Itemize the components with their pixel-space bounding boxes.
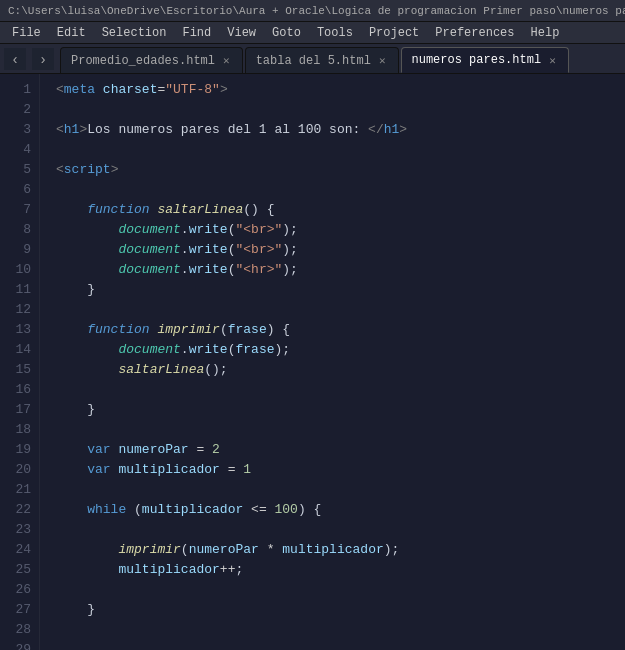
code-line-10: document.write("<hr>"); — [56, 260, 625, 280]
tab-tabla[interactable]: tabla del 5.html ✕ — [245, 47, 399, 73]
code-line-22: while (multiplicador <= 100) { — [56, 500, 625, 520]
code-line-9: document.write("<br>"); — [56, 240, 625, 260]
code-line-24: imprimir(numeroPar * multiplicador); — [56, 540, 625, 560]
line-num-3: 3 — [0, 120, 31, 140]
line-num-12: 12 — [0, 300, 31, 320]
line-num-29: 29 — [0, 640, 31, 650]
tab-promedio[interactable]: Promedio_edades.html ✕ — [60, 47, 243, 73]
title-bar: C:\Users\luisa\OneDrive\Escritorio\Aura … — [0, 0, 625, 22]
code-line-3: <h1>Los numeros pares del 1 al 100 son: … — [56, 120, 625, 140]
menu-goto[interactable]: Goto — [264, 22, 309, 43]
code-line-15: saltarLinea(); — [56, 360, 625, 380]
line-num-23: 23 — [0, 520, 31, 540]
code-line-19: var numeroPar = 2 — [56, 440, 625, 460]
line-num-8: 8 — [0, 220, 31, 240]
tab-tabla-close[interactable]: ✕ — [377, 53, 388, 68]
menu-help[interactable]: Help — [523, 22, 568, 43]
line-num-21: 21 — [0, 480, 31, 500]
menu-preferences[interactable]: Preferences — [427, 22, 522, 43]
code-line-17: } — [56, 400, 625, 420]
code-line-26 — [56, 580, 625, 600]
line-num-14: 14 — [0, 340, 31, 360]
line-num-20: 20 — [0, 460, 31, 480]
line-num-26: 26 — [0, 580, 31, 600]
code-line-25: multiplicador++; — [56, 560, 625, 580]
code-line-1: <meta charset="UTF-8"> — [56, 80, 625, 100]
menu-view[interactable]: View — [219, 22, 264, 43]
line-num-13: 13 — [0, 320, 31, 340]
code-line-27: } — [56, 600, 625, 620]
editor: 1 2 3 4 5 6 7 8 9 10 11 12 13 14 15 16 1… — [0, 74, 625, 650]
code-line-29 — [56, 640, 625, 650]
menu-project[interactable]: Project — [361, 22, 427, 43]
code-line-11: } — [56, 280, 625, 300]
line-num-5: 5 — [0, 160, 31, 180]
code-line-6 — [56, 180, 625, 200]
code-line-2 — [56, 100, 625, 120]
code-line-18 — [56, 420, 625, 440]
tab-nav-forward[interactable]: › — [32, 48, 54, 70]
line-num-1: 1 — [0, 80, 31, 100]
line-num-6: 6 — [0, 180, 31, 200]
code-line-4 — [56, 140, 625, 160]
menu-edit[interactable]: Edit — [49, 22, 94, 43]
code-line-14: document.write(frase); — [56, 340, 625, 360]
line-num-2: 2 — [0, 100, 31, 120]
tab-promedio-label: Promedio_edades.html — [71, 54, 215, 68]
line-num-4: 4 — [0, 140, 31, 160]
code-line-13: function imprimir(frase) { — [56, 320, 625, 340]
code-line-8: document.write("<br>"); — [56, 220, 625, 240]
code-line-28 — [56, 620, 625, 640]
tab-nav-back[interactable]: ‹ — [4, 48, 26, 70]
code-line-12 — [56, 300, 625, 320]
menu-file[interactable]: File — [4, 22, 49, 43]
line-num-27: 27 — [0, 600, 31, 620]
line-num-9: 9 — [0, 240, 31, 260]
line-num-19: 19 — [0, 440, 31, 460]
code-line-5: <script> — [56, 160, 625, 180]
tab-bar: ‹ › Promedio_edades.html ✕ tabla del 5.h… — [0, 44, 625, 74]
menu-tools[interactable]: Tools — [309, 22, 361, 43]
menu-bar: File Edit Selection Find View Goto Tools… — [0, 22, 625, 44]
title-text: C:\Users\luisa\OneDrive\Escritorio\Aura … — [8, 5, 625, 17]
tab-numeros-label: numeros pares.html — [412, 53, 542, 67]
tab-promedio-close[interactable]: ✕ — [221, 53, 232, 68]
line-num-25: 25 — [0, 560, 31, 580]
code-line-7: function saltarLinea() { — [56, 200, 625, 220]
code-line-23 — [56, 520, 625, 540]
line-num-24: 24 — [0, 540, 31, 560]
line-num-11: 11 — [0, 280, 31, 300]
line-num-17: 17 — [0, 400, 31, 420]
line-num-28: 28 — [0, 620, 31, 640]
tab-tabla-label: tabla del 5.html — [256, 54, 371, 68]
code-line-21 — [56, 480, 625, 500]
line-num-10: 10 — [0, 260, 31, 280]
line-num-7: 7 — [0, 200, 31, 220]
line-num-22: 22 — [0, 500, 31, 520]
code-line-16 — [56, 380, 625, 400]
menu-selection[interactable]: Selection — [94, 22, 175, 43]
line-num-15: 15 — [0, 360, 31, 380]
line-num-18: 18 — [0, 420, 31, 440]
code-line-20: var multiplicador = 1 — [56, 460, 625, 480]
line-numbers: 1 2 3 4 5 6 7 8 9 10 11 12 13 14 15 16 1… — [0, 74, 40, 650]
tab-numeros-close[interactable]: ✕ — [547, 53, 558, 68]
tab-numeros[interactable]: numeros pares.html ✕ — [401, 47, 569, 73]
line-num-16: 16 — [0, 380, 31, 400]
code-area[interactable]: <meta charset="UTF-8"> <h1>Los numeros p… — [40, 74, 625, 650]
menu-find[interactable]: Find — [174, 22, 219, 43]
